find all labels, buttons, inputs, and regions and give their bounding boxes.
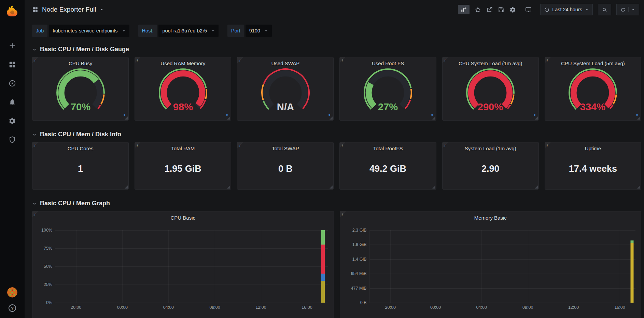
grid-line: [307, 230, 307, 303]
graph-plot-area[interactable]: 100%75%50%25%0%20:0000:0004:0008:0012:00…: [55, 230, 328, 303]
grafana-logo[interactable]: [5, 4, 19, 18]
info-icon[interactable]: i: [545, 57, 551, 64]
info-icon[interactable]: i: [237, 57, 243, 64]
info-icon[interactable]: i: [340, 142, 346, 149]
gauge-panel-grid: iCPU Busy70%iUsed RAM Memory98%iUsed SWA…: [25, 57, 644, 121]
cycle-view-monitor-button[interactable]: [525, 6, 532, 13]
grid-line: [168, 230, 169, 303]
grid-line: [528, 230, 528, 303]
info-icon[interactable]: i: [135, 142, 141, 149]
admin-shield-icon[interactable]: [9, 136, 16, 143]
info-icon[interactable]: i: [135, 57, 141, 64]
panel-resize-handle[interactable]: [432, 185, 435, 189]
time-range-picker[interactable]: Last 24 hours: [540, 4, 593, 15]
x-axis-label: 00:00: [117, 305, 128, 310]
star-button[interactable]: [475, 6, 481, 13]
svg-text:290%: 290%: [478, 101, 503, 112]
variable-host-dropdown[interactable]: pool-ra1i3u7eu-b2r5: [158, 25, 219, 37]
grid-line: [122, 230, 123, 303]
panel-resize-handle[interactable]: [637, 116, 640, 120]
series-spike: [321, 274, 325, 281]
gauge-chart: N/A: [253, 66, 318, 116]
save-button[interactable]: [498, 6, 504, 13]
panel-resize-handle[interactable]: [125, 185, 128, 189]
user-avatar[interactable]: [7, 287, 17, 298]
explore-compass-icon[interactable]: [9, 80, 16, 87]
info-icon[interactable]: i: [443, 57, 449, 64]
divider: [628, 7, 629, 12]
y-axis-label: 477 MiB: [351, 286, 367, 291]
panel-resize-handle[interactable]: [330, 185, 333, 189]
info-icon[interactable]: i: [32, 57, 39, 64]
configuration-gear-icon[interactable]: [9, 117, 16, 125]
y-axis-label: 0 B: [360, 300, 367, 305]
dashboards-grid-icon[interactable]: [9, 61, 16, 68]
panel-resize-handle[interactable]: [125, 116, 128, 120]
chevron-down-icon: [32, 47, 37, 52]
panel-title[interactable]: Memory Basic: [340, 215, 641, 221]
grid-line: [390, 230, 391, 303]
y-axis-label: 2.3 GiB: [352, 228, 367, 233]
panel-resize-handle[interactable]: [227, 116, 230, 120]
panel-title[interactable]: Used Root FS: [372, 60, 404, 66]
row-header-info[interactable]: Basic CPU / Mem / Disk Info: [25, 121, 644, 142]
chevron-down-icon: [32, 201, 37, 206]
share-button[interactable]: [486, 6, 493, 13]
panel-title[interactable]: CPU Cores: [68, 146, 94, 151]
alerting-bell-icon[interactable]: [9, 98, 16, 106]
stat-value: 0 B: [278, 151, 293, 189]
variable-job-dropdown[interactable]: kubernetes-service-endpoints: [49, 25, 129, 37]
refresh-button[interactable]: [616, 4, 639, 15]
info-icon[interactable]: i: [340, 57, 346, 64]
chevron-down-icon: [264, 29, 268, 33]
variable-port-dropdown[interactable]: 9100: [246, 25, 272, 37]
stat-panel-grid: iCPU Cores1iTotal RAM1.95 GiBiTotal SWAP…: [25, 142, 644, 190]
panel-title[interactable]: Used SWAP: [271, 60, 300, 66]
panel-title[interactable]: Total SWAP: [272, 146, 299, 151]
gauge-panel: iUsed Root FS27%: [339, 57, 436, 121]
info-icon[interactable]: i: [443, 142, 449, 149]
row-header-gauge[interactable]: Basic CPU / Mem / Disk Gauge: [25, 38, 644, 57]
svg-text:98%: 98%: [173, 101, 193, 112]
help-icon[interactable]: ?: [9, 304, 16, 312]
graph-plot-area[interactable]: 2.3 GiB1.9 GiB1.4 GiB954 MiB477 MiB0 B20…: [369, 230, 636, 303]
y-axis-label: 100%: [41, 228, 52, 233]
info-icon[interactable]: i: [545, 142, 551, 149]
panel-title[interactable]: Used RAM Memory: [160, 60, 205, 66]
panel-resize-handle[interactable]: [432, 116, 435, 120]
panel-title[interactable]: CPU System Load (1m avg): [459, 60, 522, 66]
stat-panel: iTotal RAM1.95 GiB: [135, 142, 231, 190]
zoom-out-button[interactable]: [598, 4, 611, 15]
variable-label: Job: [32, 25, 47, 37]
settings-gear-button[interactable]: [509, 6, 516, 13]
panel-resize-handle[interactable]: [535, 185, 538, 189]
panel-resize-handle[interactable]: [330, 116, 333, 120]
variables-row: Job kubernetes-service-endpoints Host: p…: [25, 19, 644, 38]
create-plus-icon[interactable]: [9, 42, 16, 50]
time-range-label: Last 24 hours: [552, 7, 582, 12]
add-panel-button[interactable]: [458, 5, 470, 14]
chevron-down-icon[interactable]: [631, 8, 635, 12]
panel-title[interactable]: System Load (1m avg): [465, 146, 516, 151]
row-header-graph[interactable]: Basic CPU / Mem Graph: [25, 190, 644, 211]
gauge-panel: iCPU System Load (5m avg)334%: [545, 57, 641, 121]
grid-line: [55, 303, 328, 303]
info-icon[interactable]: i: [237, 142, 243, 149]
panel-title[interactable]: CPU System Load (5m avg): [561, 60, 625, 66]
panel-title[interactable]: CPU Basic: [32, 215, 334, 221]
panel-resize-handle[interactable]: [227, 185, 230, 189]
panel-resize-handle[interactable]: [637, 185, 640, 189]
graph-panel-grid: iCPU Basic100%75%50%25%0%20:0000:0004:00…: [25, 211, 644, 318]
panel-title[interactable]: Total RAM: [171, 146, 195, 151]
sidebar: ?: [0, 0, 25, 318]
panel-title[interactable]: Uptime: [585, 146, 601, 151]
grid-line: [370, 259, 636, 260]
grid-line: [370, 303, 636, 303]
series-spike: [321, 230, 325, 245]
chevron-down-icon[interactable]: [100, 8, 104, 12]
info-icon[interactable]: i: [32, 142, 39, 149]
panel-resize-handle[interactable]: [535, 116, 538, 120]
panel-title[interactable]: Total RootFS: [373, 146, 403, 151]
dashboard-title[interactable]: Node Exporter Full: [42, 6, 96, 13]
panel-title[interactable]: CPU Busy: [69, 60, 92, 66]
